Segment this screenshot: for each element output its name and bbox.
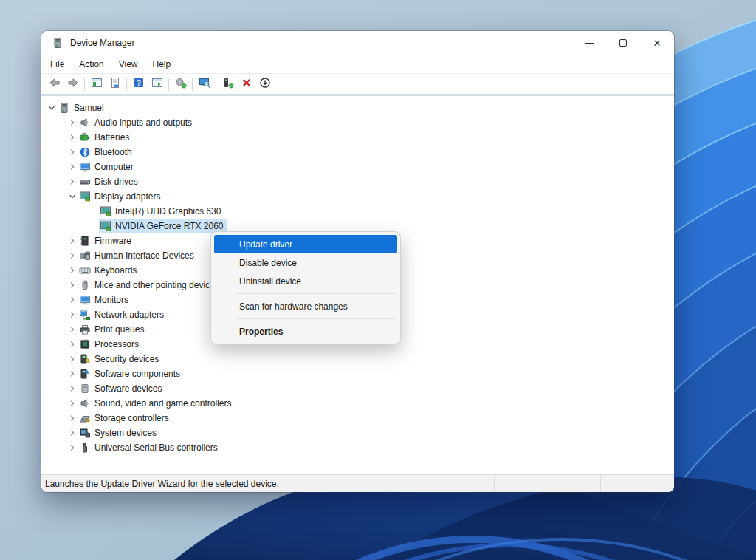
close-button[interactable]: ✕ [640, 31, 674, 55]
tree-item-audio-inputs-and-outputs[interactable]: Audio inputs and outputs [41, 115, 674, 130]
tree-item-software-components[interactable]: Software components [41, 366, 674, 381]
context-menu-item-scan-for-hardware-changes[interactable]: Scan for hardware changes [214, 297, 397, 315]
update-device-driver-button[interactable] [219, 75, 237, 92]
chevron-right-icon[interactable] [66, 338, 78, 350]
tree-item-content: Storage controllers [78, 412, 172, 425]
tree-item-content: Software devices [78, 382, 165, 395]
console-tree-button[interactable] [87, 75, 106, 92]
chevron-right-icon[interactable] [66, 117, 78, 129]
tree-item-content: Network adapters [78, 308, 167, 321]
chevron-right-icon[interactable] [66, 309, 78, 321]
tree-item-content: Audio inputs and outputs [78, 116, 195, 129]
chevron-down-icon[interactable] [46, 102, 58, 114]
uninstall-device-button[interactable] [237, 75, 255, 92]
scan-hardware-changes-icon [199, 77, 210, 92]
chevron-right-icon[interactable] [66, 442, 78, 454]
tree-item-disk-drives[interactable]: Disk drives [41, 174, 674, 189]
chevron-right-icon[interactable] [66, 132, 78, 143]
tree-item-label: Sound, video and game controllers [94, 397, 231, 409]
context-menu-separator [236, 318, 396, 319]
software-component-icon [79, 368, 91, 380]
device-manager-icon [52, 37, 63, 49]
chevron-right-icon[interactable] [66, 397, 78, 409]
toolbar-separator [216, 78, 216, 91]
window-title: Device Manager [70, 38, 134, 48]
chevron-right-icon[interactable] [66, 427, 78, 439]
context-menu-item-uninstall-device[interactable]: Uninstall device [214, 272, 397, 290]
tree-item-content: Print queues [78, 323, 147, 336]
context-menu-item-properties[interactable]: Properties [214, 322, 397, 341]
chevron-right-icon[interactable] [66, 146, 78, 158]
status-pane [600, 475, 674, 492]
chevron-right-icon[interactable] [66, 176, 78, 188]
tree-item-computer[interactable]: Computer [41, 160, 674, 174]
chevron-right-icon[interactable] [66, 412, 78, 424]
toolbar-separator [126, 78, 127, 91]
tree-item-security-devices[interactable]: Security devices [41, 352, 674, 366]
hid-icon [79, 250, 91, 262]
forward-arrow-button[interactable] [63, 75, 82, 92]
console-tree-icon [91, 77, 103, 92]
tree-item-label: Keyboards [94, 264, 137, 276]
tree-item-content: Monitors [78, 293, 131, 307]
chevron-spacer [87, 220, 99, 232]
tree-item-content: Mice and other pointing devices [78, 279, 222, 292]
action-pane-button[interactable] [148, 75, 166, 92]
tree-item-batteries[interactable]: Batteries [41, 130, 674, 145]
tree-item-software-devices[interactable]: Software devices [41, 381, 674, 396]
maximize-button[interactable] [606, 31, 640, 55]
monitor-icon [79, 294, 91, 306]
chevron-right-icon[interactable] [66, 235, 78, 247]
tree-item-label: Firmware [94, 235, 131, 247]
chevron-right-icon[interactable] [66, 383, 78, 395]
tree-item-content: Keyboards [78, 264, 140, 277]
menu-file[interactable]: File [43, 56, 72, 72]
tree-item-samuel[interactable]: Samuel [41, 100, 674, 115]
properties-page-button[interactable] [106, 75, 124, 92]
status-text: Launches the Update Driver Wizard for th… [45, 479, 279, 489]
chevron-right-icon[interactable] [66, 264, 78, 276]
toolbar: ? [41, 74, 674, 95]
update-driver-button[interactable] [171, 75, 190, 92]
back-arrow-button[interactable] [45, 75, 63, 92]
chevron-right-icon[interactable] [66, 294, 78, 306]
chevron-right-icon[interactable] [66, 279, 78, 291]
context-menu-item-update-driver[interactable]: Update driver [214, 235, 397, 253]
tree-item-intel-r-uhd-graphics-630[interactable]: Intel(R) UHD Graphics 630 [41, 204, 674, 219]
uninstall-device-icon [241, 77, 252, 92]
disable-device-button[interactable] [255, 75, 274, 92]
tree-item-content: Human Interface Devices [78, 249, 197, 262]
chevron-right-icon[interactable] [66, 324, 78, 335]
tree-item-system-devices[interactable]: System devices [41, 426, 674, 440]
chevron-right-icon[interactable] [66, 250, 78, 262]
tree-item-label: Network adapters [94, 309, 164, 321]
window-controls: ✕ [572, 31, 674, 55]
tree-item-content: Universal Serial Bus controllers [78, 441, 221, 454]
menu-help[interactable]: Help [145, 56, 179, 72]
tree-item-sound-video-and-game-controllers[interactable]: Sound, video and game controllers [41, 396, 674, 411]
tree-item-universal-serial-bus-controllers[interactable]: Universal Serial Bus controllers [41, 440, 674, 455]
chevron-down-icon[interactable] [66, 191, 78, 202]
menu-action[interactable]: Action [72, 56, 111, 72]
context-menu-item-disable-device[interactable]: Disable device [214, 253, 397, 272]
tree-item-display-adapters[interactable]: Display adapters [41, 189, 674, 204]
menu-view[interactable]: View [111, 56, 145, 72]
tree-item-label: Print queues [94, 324, 144, 335]
chevron-right-icon[interactable] [66, 368, 78, 380]
chevron-right-icon[interactable] [66, 353, 78, 365]
bluetooth-icon [79, 146, 91, 158]
display-adapter-icon [79, 191, 91, 202]
minimize-button[interactable] [572, 31, 606, 55]
tree-item-bluetooth[interactable]: Bluetooth [41, 145, 674, 160]
title-bar[interactable]: Device Manager ✕ [41, 31, 674, 55]
scan-hardware-changes-button[interactable] [195, 75, 213, 92]
computer-icon [58, 102, 70, 114]
tree-item-storage-controllers[interactable]: Storage controllers [41, 411, 674, 426]
desktop: Device Manager ✕ FileActionViewHelp ? Sa… [0, 0, 756, 560]
status-bar: Launches the Update Driver Wizard for th… [41, 474, 674, 492]
disk-drive-icon [79, 176, 91, 188]
help-button[interactable]: ? [129, 75, 148, 92]
chevron-right-icon[interactable] [66, 161, 78, 173]
tree-item-label: Universal Serial Bus controllers [94, 442, 218, 454]
tree-item-label: Human Interface Devices [94, 250, 194, 262]
